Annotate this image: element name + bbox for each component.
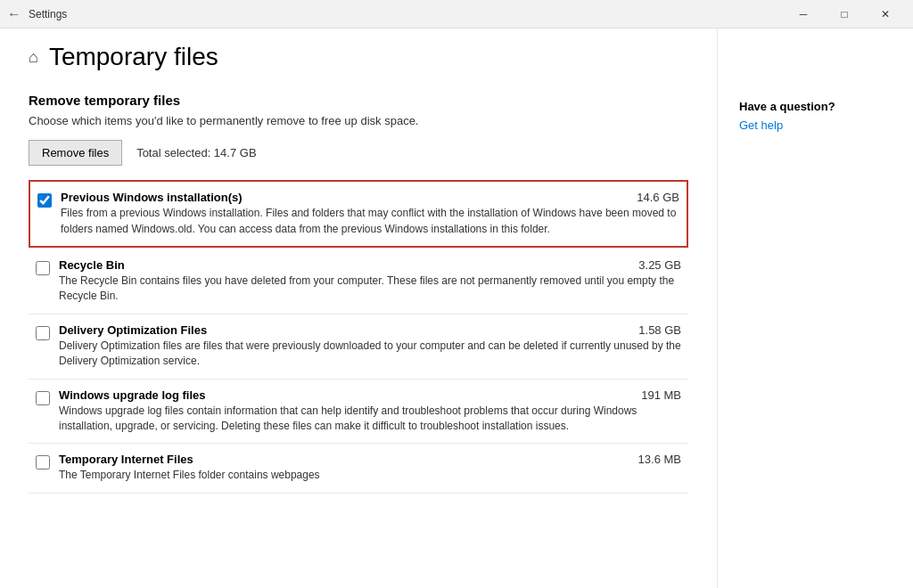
file-desc-temp-internet: The Temporary Internet Files folder cont… [59,468,681,483]
file-size-prev-windows: 14.6 GB [637,191,679,204]
file-size-upgrade-log: 191 MB [641,388,681,402]
remove-files-button[interactable]: Remove files [29,140,122,166]
file-info-delivery-opt: Delivery Optimization Files1.58 GBDelive… [59,323,681,370]
file-name-upgrade-log: Windows upgrade log files [59,388,206,402]
file-name-row-delivery-opt: Delivery Optimization Files1.58 GB [59,323,681,337]
file-desc-prev-windows: Files from a previous Windows installati… [61,206,679,237]
file-desc-recycle-bin: The Recycle Bin contains files you have … [59,274,681,305]
file-name-delivery-opt: Delivery Optimization Files [59,323,207,337]
checkbox-temp-internet[interactable] [36,455,50,473]
file-size-temp-internet: 13.6 MB [638,453,681,466]
file-info-temp-internet: Temporary Internet Files13.6 MBThe Tempo… [59,453,681,483]
file-item-prev-windows: Previous Windows installation(s)14.6 GBF… [29,180,688,248]
total-selected: Total selected: 14.7 GB [136,146,256,159]
page-header: ⌂ Temporary files [29,29,688,86]
file-name-prev-windows: Previous Windows installation(s) [61,191,243,204]
get-help-link[interactable]: Get help [739,118,783,132]
file-item-temp-internet: Temporary Internet Files13.6 MBThe Tempo… [29,444,688,493]
file-item-upgrade-log: Windows upgrade log files191 MBWindows u… [29,380,688,445]
file-name-row-upgrade-log: Windows upgrade log files191 MB [59,388,681,402]
titlebar-left: ← Settings [7,6,67,22]
maximize-button[interactable]: □ [824,0,865,29]
sidebar: Have a question? Get help [717,29,913,588]
checkbox-delivery-opt[interactable] [36,326,50,344]
file-name-temp-internet: Temporary Internet Files [59,453,193,466]
file-info-prev-windows: Previous Windows installation(s)14.6 GBF… [61,191,679,237]
file-name-row-prev-windows: Previous Windows installation(s)14.6 GB [61,191,679,204]
checkbox-input-delivery-opt[interactable] [36,326,50,340]
content-area: ⌂ Temporary files Remove temporary files… [0,29,717,588]
file-name-row-recycle-bin: Recycle Bin3.25 GB [59,258,681,272]
sidebar-question: Have a question? [739,100,892,113]
back-button[interactable]: ← [7,6,21,22]
file-item-delivery-opt: Delivery Optimization Files1.58 GBDelive… [29,314,688,380]
file-name-recycle-bin: Recycle Bin [59,258,125,272]
checkbox-input-upgrade-log[interactable] [36,391,50,405]
home-icon: ⌂ [29,48,38,67]
checkbox-prev-windows[interactable] [37,193,52,211]
file-desc-delivery-opt: Delivery Optimization files are files th… [59,339,681,370]
section-desc: Choose which items you'd like to permane… [29,113,688,129]
file-name-row-temp-internet: Temporary Internet Files13.6 MB [59,453,681,466]
file-info-recycle-bin: Recycle Bin3.25 GBThe Recycle Bin contai… [59,258,681,305]
checkbox-upgrade-log[interactable] [36,391,50,409]
titlebar: ← Settings ─ □ ✕ [0,0,913,29]
remove-row: Remove files Total selected: 14.7 GB [29,140,688,166]
checkbox-input-recycle-bin[interactable] [36,261,50,275]
titlebar-title: Settings [29,8,67,20]
minimize-button[interactable]: ─ [783,0,824,29]
page-title: Temporary files [49,43,218,71]
file-list: Previous Windows installation(s)14.6 GBF… [29,180,688,494]
checkbox-recycle-bin[interactable] [36,261,50,279]
main-area: ⌂ Temporary files Remove temporary files… [0,29,913,588]
file-item-recycle-bin: Recycle Bin3.25 GBThe Recycle Bin contai… [29,249,688,314]
section-title: Remove temporary files [29,93,688,108]
file-desc-upgrade-log: Windows upgrade log files contain inform… [59,404,681,435]
file-info-upgrade-log: Windows upgrade log files191 MBWindows u… [59,388,681,435]
file-size-delivery-opt: 1.58 GB [638,323,681,337]
checkbox-input-temp-internet[interactable] [36,455,50,470]
checkbox-input-prev-windows[interactable] [37,193,52,208]
titlebar-controls: ─ □ ✕ [783,0,906,29]
file-size-recycle-bin: 3.25 GB [638,258,681,272]
close-button[interactable]: ✕ [865,0,906,29]
